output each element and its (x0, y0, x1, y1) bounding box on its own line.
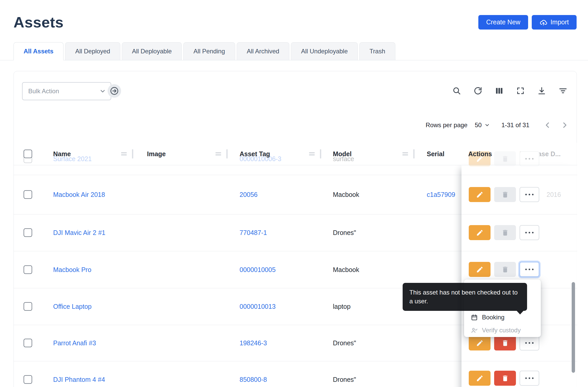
column-resize-handle[interactable] (132, 149, 133, 159)
column-header-name[interactable]: Name (53, 150, 71, 158)
pencil-icon (476, 191, 484, 198)
tab-all-undeployable[interactable]: All Undeployable (291, 42, 358, 60)
user-check-icon (471, 327, 478, 334)
column-header-serial[interactable]: Serial (427, 150, 444, 158)
rows-per-page-label: Rows per page (426, 121, 467, 129)
row-actions-menu-button[interactable] (520, 371, 539, 386)
page-header: Assets Create New Import (0, 0, 588, 31)
search-button[interactable] (450, 84, 463, 97)
tab-bar: All Assets All Deployed All Deployable A… (0, 42, 588, 60)
page-title: Assets (13, 13, 64, 31)
asset-model: laptop (333, 303, 351, 310)
edit-asset-button[interactable] (469, 335, 491, 350)
trash-icon (501, 266, 509, 273)
tab-all-archived[interactable]: All Archived (237, 42, 289, 60)
edit-asset-button[interactable] (469, 371, 491, 386)
asset-tag-link[interactable]: 20056 (240, 191, 258, 198)
asset-name-link[interactable]: DJI Mavic Air 2 #1 (53, 229, 105, 236)
column-header-model[interactable]: Model (333, 150, 352, 158)
row-actions-menu-button[interactable] (520, 335, 539, 350)
delete-asset-button[interactable] (494, 262, 516, 277)
pencil-icon (476, 229, 484, 236)
vertical-scrollbar[interactable] (572, 282, 575, 373)
column-drag-handle[interactable] (121, 151, 127, 157)
asset-model: Macbook (333, 266, 359, 273)
edit-asset-button[interactable] (469, 187, 491, 202)
pencil-icon (476, 266, 484, 273)
next-page-button[interactable] (559, 119, 570, 131)
pencil-icon (476, 339, 484, 347)
row-actions-menu-button[interactable] (520, 187, 539, 202)
bulk-action-apply-button[interactable] (108, 84, 121, 98)
fullscreen-button[interactable] (514, 84, 527, 97)
row-actions-menu-button-focused[interactable] (520, 262, 539, 277)
asset-model: Macbook (333, 191, 359, 198)
tab-all-deployed[interactable]: All Deployed (65, 42, 120, 60)
tab-all-assets[interactable]: All Assets (13, 42, 64, 60)
rows-per-page-select[interactable]: 50 (475, 121, 490, 129)
asset-name-link[interactable]: Parrot Anafi #3 (53, 339, 96, 347)
tab-trash[interactable]: Trash (359, 42, 395, 60)
tooltip-arrow-icon (517, 311, 523, 314)
search-icon (452, 87, 461, 95)
chevron-right-icon (561, 121, 569, 129)
asset-name-link[interactable]: Macbook Pro (53, 266, 91, 273)
asset-tag-link[interactable]: 770487-1 (240, 229, 267, 236)
asset-tag-link[interactable]: 0000010005 (240, 266, 276, 273)
column-resize-handle[interactable] (226, 149, 228, 159)
trash-icon (501, 375, 509, 382)
asset-name-link[interactable]: DJI Phantom 4 #4 (53, 376, 105, 383)
column-resize-handle[interactable] (413, 149, 415, 159)
table-toolbar-icons (450, 84, 569, 97)
row-actions (469, 371, 539, 386)
edit-asset-button[interactable] (469, 262, 491, 277)
column-drag-handle[interactable] (309, 151, 315, 157)
column-resize-handle[interactable] (320, 149, 321, 159)
tab-all-pending[interactable]: All Pending (183, 42, 235, 60)
asset-name-link[interactable]: Macbook Air 2018 (53, 191, 105, 198)
asset-tag-link[interactable]: 0000010013 (240, 303, 276, 310)
import-button[interactable]: Import (532, 15, 577, 30)
row-checkbox[interactable] (24, 190, 32, 199)
column-header-image[interactable]: Image (147, 150, 166, 158)
row-checkbox[interactable] (24, 228, 32, 237)
menu-item-verify-custody[interactable]: Verify custody (464, 324, 541, 337)
asset-model: Drones" (333, 339, 356, 347)
edit-asset-button[interactable] (469, 225, 491, 240)
column-header-asset-tag[interactable]: Asset Tag (240, 150, 270, 158)
chevron-left-icon (544, 121, 551, 129)
bulk-action-select[interactable]: Bulk Action (22, 82, 111, 100)
asset-tag-link[interactable]: 850800-8 (240, 376, 267, 383)
row-checkbox[interactable] (24, 339, 32, 347)
refresh-button[interactable] (471, 84, 484, 97)
row-actions-menu-button[interactable] (520, 225, 539, 240)
tab-all-deployable[interactable]: All Deployable (122, 42, 182, 60)
column-header-actions: Actions (468, 150, 492, 158)
asset-model: Drones" (333, 376, 356, 383)
trash-icon (501, 229, 509, 236)
columns-button[interactable] (493, 84, 506, 97)
delete-asset-button[interactable] (494, 225, 516, 240)
select-all-checkbox[interactable] (24, 150, 32, 158)
tooltip-text: This asset has not been checked out to a… (409, 289, 518, 305)
delete-asset-button[interactable] (494, 371, 516, 386)
row-checkbox[interactable] (24, 302, 32, 311)
column-drag-handle[interactable] (402, 151, 408, 157)
download-button[interactable] (535, 84, 548, 97)
asset-model: Drones" (333, 229, 356, 236)
delete-asset-button[interactable] (494, 187, 516, 202)
menu-item-booking[interactable]: Booking (464, 311, 541, 324)
create-new-button[interactable]: Create New (478, 15, 528, 30)
arrow-right-circle-icon (110, 86, 119, 96)
row-checkbox[interactable] (24, 265, 32, 274)
calendar-icon (471, 314, 478, 321)
prev-page-button[interactable] (542, 119, 553, 131)
asset-serial-link[interactable]: c1a57909 (427, 191, 455, 198)
delete-asset-button[interactable] (494, 335, 516, 350)
filter-button[interactable] (556, 84, 569, 97)
asset-tag-link[interactable]: 198246-3 (240, 339, 267, 347)
column-drag-handle[interactable] (215, 151, 221, 157)
menu-item-label: Verify custody (482, 327, 521, 334)
row-checkbox[interactable] (24, 375, 32, 384)
asset-name-link[interactable]: Office Laptop (53, 303, 92, 310)
